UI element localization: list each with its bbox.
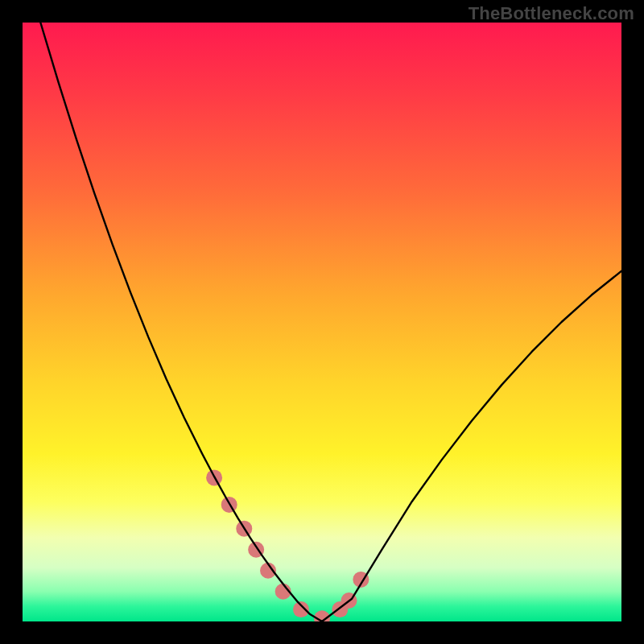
chart-container: TheBottleneck.com xyxy=(0,0,644,644)
highlight-marker xyxy=(293,601,309,617)
bottleneck-curve-chart xyxy=(23,23,621,621)
watermark-text: TheBottleneck.com xyxy=(469,3,634,24)
gradient-background xyxy=(23,23,621,621)
